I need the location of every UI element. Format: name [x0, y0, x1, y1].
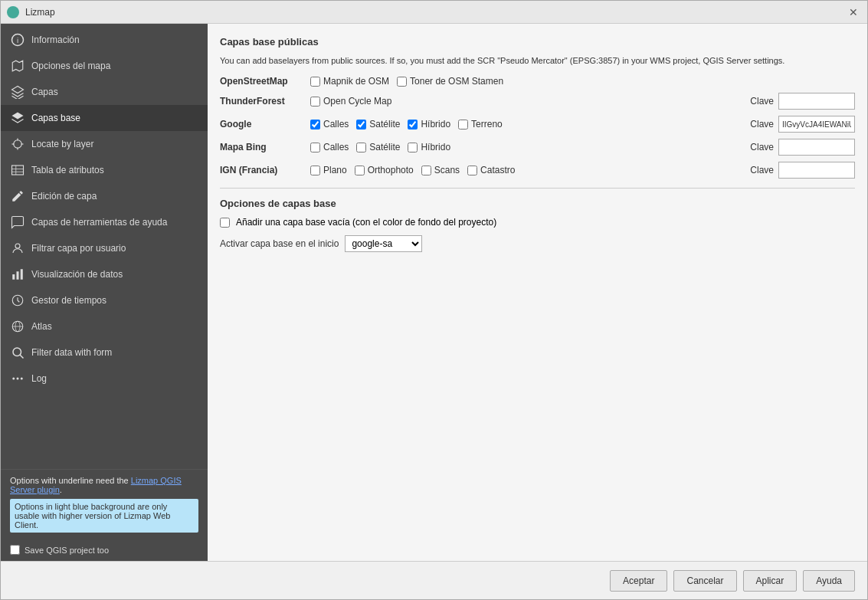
- tools-icon: [10, 215, 25, 230]
- close-button[interactable]: ✕: [846, 5, 861, 20]
- checkbox-google-terreno[interactable]: Terreno: [458, 119, 503, 130]
- info-text: You can add baselayers from public sourc…: [220, 55, 855, 67]
- clave-input-bing[interactable]: [778, 139, 855, 156]
- clave-mapa-bing: Clave: [750, 139, 855, 156]
- label-google: Google: [220, 119, 304, 130]
- sidebar-item-log[interactable]: Log: [1, 366, 208, 392]
- sidebar-item-filtrar-capa[interactable]: Filtrar capa por usuario: [1, 235, 208, 261]
- add-empty-layer-checkbox[interactable]: [220, 218, 230, 228]
- add-empty-layer-label: Añadir una capa base vacía (con el color…: [236, 217, 496, 228]
- checkbox-orthophoto[interactable]: Orthophoto: [355, 165, 414, 175]
- label-openstreetmap: OpenStreetMap: [220, 76, 304, 87]
- main-content: i Información Opciones del mapa C: [1, 24, 867, 561]
- svg-point-23: [21, 378, 23, 380]
- svg-text:i: i: [17, 36, 18, 44]
- row-openstreetmap: OpenStreetMap Mapnik de OSM Toner de OSM…: [220, 76, 855, 87]
- save-row: Save QGIS project too: [1, 539, 208, 561]
- chart-icon: [10, 267, 25, 282]
- sidebar-label-capas-base: Capas base: [31, 113, 80, 123]
- clave-label-thunderforest: Clave: [750, 96, 774, 107]
- layers-icon: [10, 84, 25, 100]
- atlas-icon: [10, 319, 25, 334]
- checkbox-scans[interactable]: Scans: [421, 165, 460, 175]
- svg-line-20: [20, 355, 24, 359]
- sidebar-item-opciones-mapa[interactable]: Opciones del mapa: [1, 53, 208, 79]
- svg-rect-14: [21, 269, 23, 280]
- svg-point-11: [15, 244, 20, 248]
- cancelar-button[interactable]: Cancelar: [673, 570, 736, 592]
- sidebar-item-capas-base[interactable]: Capas base: [1, 105, 208, 131]
- sidebar-label-capas-herramientas: Capas de herramientas de ayuda: [31, 217, 167, 228]
- log-icon: [10, 371, 25, 386]
- table-icon: [10, 162, 25, 178]
- layers-base-icon: [10, 110, 25, 126]
- filter-user-icon: [10, 241, 25, 256]
- sidebar-label-informacion: Información: [31, 34, 80, 45]
- svg-point-22: [17, 378, 19, 380]
- activate-select[interactable]: google-sa osm-mapnik google-calles none: [345, 235, 422, 252]
- sidebar-nav: i Información Opciones del mapa C: [1, 24, 208, 469]
- footer-text: Options with underline need the Lizmap Q…: [10, 476, 198, 494]
- ayuda-button[interactable]: Ayuda: [803, 570, 855, 592]
- sidebar-label-locate-by-layer: Locate by layer: [31, 139, 93, 149]
- sidebar-item-edicion-capa[interactable]: Edición de capa: [1, 183, 208, 209]
- checkbox-mapnik-osm[interactable]: Mapnik de OSM: [310, 76, 389, 87]
- checkbox-google-hibrido[interactable]: Híbrido: [408, 119, 450, 130]
- clave-input-google[interactable]: [778, 116, 855, 133]
- bottom-bar: Aceptar Cancelar Aplicar Ayuda: [1, 561, 867, 599]
- add-layer-row: Añadir una capa base vacía (con el color…: [220, 217, 855, 228]
- sidebar-item-locate-by-layer[interactable]: Locate by layer: [1, 131, 208, 157]
- options-ign-francia: Plano Orthophoto Scans Catastro: [310, 165, 744, 175]
- sidebar-item-gestor-tiempos[interactable]: Gestor de tiempos: [1, 287, 208, 313]
- label-ign-francia: IGN (Francia): [220, 165, 304, 175]
- svg-point-21: [12, 378, 15, 380]
- divider: [220, 188, 855, 189]
- clave-label-google: Clave: [750, 119, 774, 130]
- sidebar-label-edicion-capa: Edición de capa: [31, 191, 97, 202]
- titlebar: Lizmap ✕: [1, 1, 867, 24]
- search-icon: [10, 345, 25, 360]
- activate-row: Activar capa base en el inicio google-sa…: [220, 235, 855, 252]
- sidebar-label-filtrar-capa: Filtrar capa por usuario: [31, 243, 126, 254]
- sidebar-item-tabla-atributos[interactable]: Tabla de atributos: [1, 157, 208, 183]
- checkbox-toner-osm[interactable]: Toner de OSM Stamen: [397, 76, 503, 87]
- clave-input-thunderforest[interactable]: [778, 93, 855, 110]
- clock-icon: [10, 293, 25, 308]
- sidebar-label-gestor-tiempos: Gestor de tiempos: [31, 295, 106, 306]
- sidebar-item-atlas[interactable]: Atlas: [1, 313, 208, 339]
- sidebar-item-filter-data[interactable]: Filter data with form: [1, 339, 208, 366]
- sidebar-label-capas: Capas: [31, 87, 58, 97]
- svg-rect-13: [17, 271, 19, 280]
- aplicar-button[interactable]: Aplicar: [743, 570, 798, 592]
- row-mapa-bing: Mapa Bing Calles Satélite Híbrido Clave: [220, 139, 855, 156]
- clave-label-ign: Clave: [750, 165, 774, 175]
- label-thunderforest: ThunderForest: [220, 96, 304, 107]
- svg-point-19: [13, 348, 21, 356]
- checkbox-open-cycle[interactable]: Open Cycle Map: [310, 96, 391, 107]
- aceptar-button[interactable]: Aceptar: [610, 570, 667, 592]
- label-mapa-bing: Mapa Bing: [220, 142, 304, 152]
- options-mapa-bing: Calles Satélite Híbrido: [310, 142, 744, 152]
- sidebar-item-visualizacion-datos[interactable]: Visualización de datos: [1, 261, 208, 287]
- clave-input-ign[interactable]: [778, 162, 855, 179]
- sidebar-label-visualizacion-datos: Visualización de datos: [31, 269, 123, 280]
- clave-thunderforest: Clave: [750, 93, 855, 110]
- row-thunderforest: ThunderForest Open Cycle Map Clave: [220, 93, 855, 110]
- main-window: Lizmap ✕ i Información Opciones del: [0, 0, 868, 600]
- checkbox-catastro[interactable]: Catastro: [467, 165, 515, 175]
- checkbox-bing-calles[interactable]: Calles: [310, 142, 349, 152]
- checkbox-google-satelite[interactable]: Satélite: [356, 119, 400, 130]
- sidebar-item-capas-herramientas[interactable]: Capas de herramientas de ayuda: [1, 209, 208, 235]
- checkbox-bing-hibrido[interactable]: Híbrido: [408, 142, 450, 152]
- row-google: Google Calles Satélite Híbrido Terreno: [220, 116, 855, 133]
- save-qgis-checkbox[interactable]: [10, 545, 20, 555]
- app-icon: [7, 6, 19, 18]
- checkbox-bing-satelite[interactable]: Satélite: [356, 142, 400, 152]
- sidebar-label-atlas: Atlas: [31, 321, 52, 332]
- sidebar-item-capas[interactable]: Capas: [1, 79, 208, 105]
- sidebar-item-informacion[interactable]: i Información: [1, 27, 208, 53]
- checkbox-plano[interactable]: Plano: [310, 165, 347, 175]
- info-icon: i: [10, 32, 25, 48]
- clave-google: Clave: [750, 116, 855, 133]
- checkbox-google-calles[interactable]: Calles: [310, 119, 349, 130]
